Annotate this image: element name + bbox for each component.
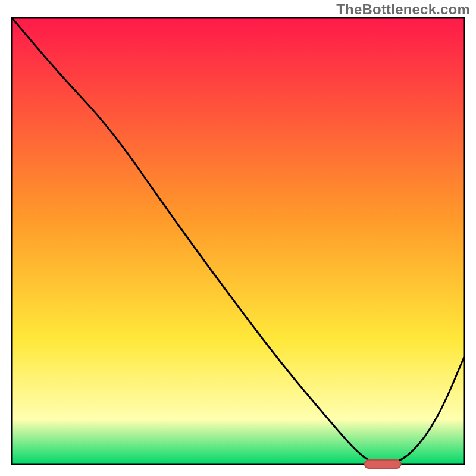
- watermark-text: TheBottleneck.com: [336, 1, 470, 18]
- chart-stage: TheBottleneck.com: [0, 0, 476, 476]
- optimum-marker: [365, 460, 401, 468]
- gradient-background: [12, 18, 464, 464]
- bottleneck-chart: [0, 0, 476, 476]
